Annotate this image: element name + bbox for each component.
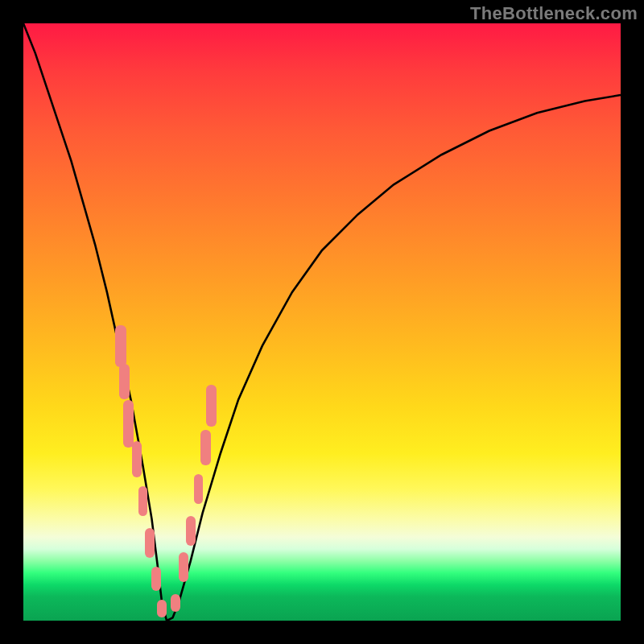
bottleneck-curve [23,23,621,621]
curve-marker [145,528,155,558]
curve-marker [115,325,126,367]
curve-marker [194,474,204,504]
curve-marker [138,486,148,516]
curve-marker [200,430,211,466]
curve-marker [157,600,167,617]
curve-marker [123,400,134,448]
curve-marker [206,385,217,427]
curve-marker [179,552,188,582]
curve-marker [186,516,196,546]
curve-marker [132,441,142,477]
curve-path [23,23,621,621]
curve-marker [119,364,130,400]
curve-marker [151,567,161,591]
watermark-text: TheBottleneck.com [470,3,638,24]
curve-marker [171,594,180,612]
chart-plot-area [23,23,621,621]
